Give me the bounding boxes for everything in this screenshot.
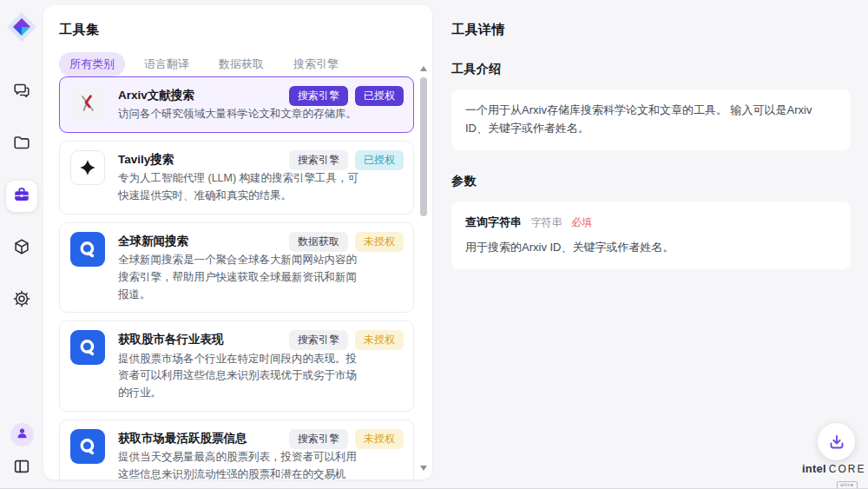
- tool-description: 专为人工智能代理 (LLM) 构建的搜索引擎工具，可快速提供实时、准确和真实的结…: [118, 170, 359, 205]
- download-icon: [827, 433, 846, 452]
- tool-card[interactable]: 获取股市各行业表现提供股票市场各个行业在特定时间段内的表现。投资者可以利用这些信…: [59, 320, 414, 412]
- sidebar-item-models[interactable]: [6, 233, 37, 264]
- tab-all[interactable]: 所有类别: [59, 52, 125, 76]
- core-logo-text: CORE: [829, 463, 866, 475]
- auth-status-badge: 未授权: [355, 330, 404, 350]
- category-badge: 数据获取: [289, 232, 348, 252]
- tool-description: 提供股票市场各个行业在特定时间段内的表现。投资者可以利用这些信息来识别表现优于或…: [118, 351, 359, 402]
- details-title: 工具详情: [451, 22, 851, 38]
- tool-list-panel: 工具集 所有类别语言翻译数据获取搜索引擎 Arxiv文献搜索访问各个研究领域大量…: [43, 5, 432, 479]
- tool-description: 提供当天交易量最高的股票列表，投资者可以利用这些信息来识别流动性强的股票和潜在的…: [118, 449, 359, 479]
- tool-badges: 搜索引擎已授权: [289, 86, 404, 106]
- tool-card-list: Arxiv文献搜索访问各个研究领域大量科学论文和文章的存储库。搜索引擎已授权Ta…: [59, 76, 414, 479]
- tool-badges: 搜索引擎未授权: [289, 330, 404, 350]
- tool-card[interactable]: Tavily搜索专为人工智能代理 (LLM) 构建的搜索引擎工具，可快速提供实时…: [59, 141, 414, 215]
- category-tabs: 所有类别语言翻译数据获取搜索引擎: [59, 52, 432, 76]
- category-badge: 搜索引擎: [289, 429, 348, 449]
- list-scrollbar[interactable]: [419, 66, 428, 471]
- param-header-row: 查询字符串 字符串 必填: [465, 214, 837, 232]
- param-name: 查询字符串: [465, 215, 522, 228]
- category-badge: 搜索引擎: [289, 86, 348, 106]
- auth-status-badge: 未授权: [355, 232, 404, 252]
- tool-details-panel: 工具详情 工具介绍 一个用于从Arxiv存储库搜索科学论文和文章的工具。 输入可…: [451, 0, 851, 269]
- params-header: 参数: [451, 174, 851, 189]
- arxiv-icon: [70, 86, 105, 121]
- auth-status-badge: 已授权: [355, 150, 404, 170]
- app-window: 工具集 所有类别语言翻译数据获取搜索引擎 Arxiv文献搜索访问各个研究领域大量…: [0, 0, 868, 489]
- tool-badges: 数据获取未授权: [289, 232, 404, 252]
- param-box: 查询字符串 字符串 必填 用于搜索的Arxiv ID、关键字或作者姓名。: [451, 202, 851, 270]
- sidebar-item-tools[interactable]: [6, 181, 37, 212]
- sidebar-bottom: [0, 423, 43, 479]
- intro-header: 工具介绍: [451, 62, 851, 77]
- tool-card[interactable]: 全球新闻搜索全球新闻搜索是一个聚合全球各大新闻网站内容的搜索引擎，帮助用户快速获…: [59, 222, 414, 314]
- user-icon: [16, 426, 29, 443]
- scroll-up-icon[interactable]: [420, 66, 427, 71]
- sidebar-item-chat[interactable]: [6, 76, 37, 108]
- tab-data[interactable]: 数据获取: [208, 52, 274, 76]
- intel-core-logo: intelCORE ultra: [802, 461, 863, 489]
- app-logo: [5, 10, 38, 43]
- category-badge: 搜索引擎: [289, 330, 348, 350]
- intro-box: 一个用于从Arxiv存储库搜索科学论文和文章的工具。 输入可以是Arxiv ID…: [451, 89, 851, 150]
- panel-icon: [12, 464, 31, 479]
- tool-description: 访问各个研究领域大量科学论文和文章的存储库。: [118, 106, 359, 123]
- folder-icon: [12, 133, 31, 155]
- sidebar: [0, 0, 43, 488]
- tab-translate[interactable]: 语言翻译: [134, 52, 200, 76]
- auth-status-badge: 已授权: [355, 86, 404, 106]
- intro-text: 一个用于从Arxiv存储库搜索科学论文和文章的工具。 输入可以是Arxiv ID…: [465, 103, 812, 135]
- category-badge: 搜索引擎: [289, 150, 348, 170]
- auth-status-badge: 未授权: [355, 429, 404, 449]
- param-description: 用于搜索的Arxiv ID、关键字或作者姓名。: [465, 239, 837, 257]
- param-required-badge: 必填: [571, 216, 592, 228]
- scroll-down-icon[interactable]: [420, 466, 427, 471]
- tavily-icon: [70, 150, 105, 185]
- cube-icon: [12, 237, 31, 260]
- sidebar-item-settings[interactable]: [6, 285, 37, 316]
- scrollbar-thumb[interactable]: [420, 77, 427, 216]
- tool-card[interactable]: Arxiv文献搜索访问各个研究领域大量科学论文和文章的存储库。搜索引擎已授权: [59, 76, 414, 133]
- page-title: 工具集: [59, 22, 432, 38]
- juhe-news-icon: [70, 232, 105, 267]
- tab-search[interactable]: 搜索引擎: [283, 52, 349, 76]
- tool-card[interactable]: 获取市场最活跃股票信息提供当天交易量最高的股票列表，投资者可以利用这些信息来识别…: [59, 420, 414, 479]
- download-button[interactable]: [818, 423, 855, 460]
- sidebar-user[interactable]: [10, 423, 34, 446]
- gear-icon: [12, 289, 31, 312]
- sidebar-nav: [6, 76, 37, 316]
- toolbox-icon: [12, 185, 31, 208]
- juhe-finance-icon: [70, 330, 105, 365]
- sidebar-item-files[interactable]: [6, 129, 37, 160]
- chat-icon: [12, 81, 31, 103]
- intel-logo-text: intel: [802, 462, 826, 475]
- sidebar-panel-toggle[interactable]: [12, 457, 31, 479]
- tool-badges: 搜索引擎已授权: [289, 150, 404, 170]
- tool-badges: 搜索引擎未授权: [289, 429, 404, 449]
- ultra-badge: ultra: [837, 481, 858, 489]
- juhe-stock-icon: [70, 429, 105, 464]
- tool-description: 全球新闻搜索是一个聚合全球各大新闻网站内容的搜索引擎，帮助用户快速获取全球最新资…: [118, 252, 359, 303]
- param-type: 字符串: [531, 216, 562, 228]
